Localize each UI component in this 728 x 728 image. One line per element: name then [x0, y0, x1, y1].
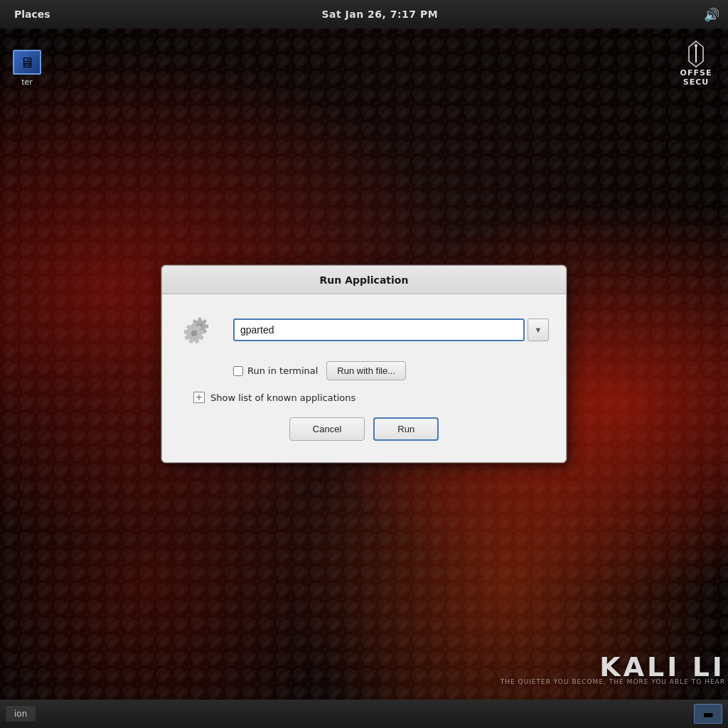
show-list-label[interactable]: Show list of known applications: [210, 392, 355, 403]
svg-rect-7: [203, 325, 208, 328]
dialog-buttons: Cancel Run: [179, 417, 549, 441]
dialog-overlay: Run Application: [0, 0, 728, 728]
run-in-terminal-text: Run in terminal: [247, 365, 318, 376]
desktop: Places Sat Jan 26, 7:17 PM 🔊 🖥 ter OFFSE…: [0, 0, 728, 728]
svg-rect-5: [198, 318, 201, 323]
run-with-file-button[interactable]: Run with file...: [326, 361, 406, 380]
dialog-titlebar: Run Application: [162, 266, 566, 294]
dialog-main-row: ▼: [179, 309, 549, 351]
run-button[interactable]: Run: [373, 417, 439, 441]
command-dropdown-button[interactable]: ▼: [528, 318, 549, 341]
cancel-button[interactable]: Cancel: [289, 417, 365, 441]
command-input[interactable]: [233, 318, 525, 341]
show-list-row: + Show list of known applications: [193, 392, 549, 403]
options-row: Run in terminal Run with file...: [233, 361, 549, 380]
gears-icon: [180, 309, 221, 350]
command-input-row: ▼: [233, 318, 549, 341]
dialog-title: Run Application: [320, 274, 409, 286]
dialog-body: ▼ Run in terminal Run with file... + Sho…: [162, 294, 566, 448]
run-application-dialog: Run Application: [161, 265, 567, 463]
run-in-terminal-label[interactable]: Run in terminal: [233, 365, 318, 376]
expand-list-button[interactable]: +: [193, 392, 205, 403]
run-in-terminal-checkbox[interactable]: [233, 366, 243, 376]
gear-icon-area: [179, 309, 222, 351]
svg-point-14: [191, 331, 197, 336]
svg-rect-6: [200, 319, 206, 325]
